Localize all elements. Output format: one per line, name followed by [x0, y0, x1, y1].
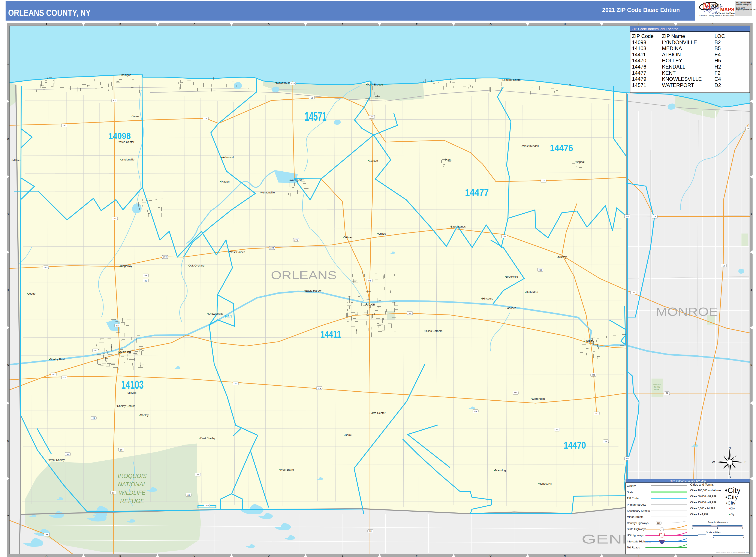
svg-text:14476: 14476	[550, 143, 573, 153]
svg-text:2: 2	[743, 536, 744, 539]
svg-text:•City: •City	[725, 494, 738, 500]
svg-text:73: 73	[605, 440, 607, 443]
svg-text:West Gaines: West Gaines	[229, 251, 245, 254]
svg-text:272: 272	[626, 458, 629, 460]
svg-text:Lyndonville: Lyndonville	[121, 158, 135, 161]
svg-text:N: N	[729, 446, 731, 450]
svg-text:14476: 14476	[632, 64, 646, 70]
svg-text:Childs: Childs	[378, 232, 386, 235]
svg-text:14411: 14411	[632, 52, 646, 57]
svg-text:1: 1	[750, 62, 752, 65]
svg-text:18: 18	[653, 215, 656, 218]
svg-text:104: 104	[502, 235, 506, 237]
svg-text:104: 104	[270, 246, 274, 249]
svg-text:31: 31	[666, 392, 668, 394]
svg-text:State: State	[627, 491, 633, 494]
svg-text:19: 19	[723, 265, 725, 267]
svg-text:Toll Roads: Toll Roads	[627, 546, 640, 549]
svg-text:KENT: KENT	[662, 70, 676, 76]
svg-text:31: 31	[53, 373, 55, 375]
svg-text:Cities 5,000 - 24,999: Cities 5,000 - 24,999	[690, 507, 715, 510]
svg-text:44: 44	[145, 274, 147, 276]
svg-text:Cities 50,000 - 99,999: Cities 50,000 - 99,999	[690, 495, 716, 498]
svg-text:Clarendon: Clarendon	[532, 397, 545, 401]
svg-text:IROQUOIS: IROQUOIS	[118, 473, 147, 479]
svg-text:123: 123	[657, 522, 660, 524]
svg-text:ZIP Code Index/Grid Locator: ZIP Code Index/Grid Locator	[632, 27, 678, 31]
svg-text:Kenyonville: Kenyonville	[261, 191, 275, 194]
svg-text:77: 77	[46, 534, 48, 536]
svg-text:Primary Streets: Primary Streets	[627, 503, 646, 506]
svg-text:Shelby: Shelby	[140, 413, 149, 417]
svg-text:G: G	[490, 23, 492, 26]
svg-text:Yates Center: Yates Center	[118, 140, 135, 144]
svg-text:Scale in Kilometers: Scale in Kilometers	[707, 521, 728, 524]
svg-text:H: H	[563, 554, 565, 557]
svg-text:1: 1	[717, 527, 718, 529]
svg-text:Yates: Yates	[133, 115, 140, 118]
svg-text:14103: 14103	[121, 378, 144, 391]
svg-text:MEDINA: MEDINA	[662, 46, 682, 51]
svg-text:104: 104	[163, 256, 167, 258]
svg-text:H: H	[563, 23, 565, 26]
svg-text:59: 59	[556, 428, 558, 431]
svg-text:D: D	[267, 554, 269, 557]
svg-text:arket: arket	[710, 2, 721, 8]
svg-text:Cities 1 - 4,999: Cities 1 - 4,999	[690, 513, 708, 516]
svg-text:123: 123	[661, 534, 664, 536]
svg-text:63: 63	[116, 325, 119, 327]
svg-text:Barre: Barre	[345, 433, 352, 437]
svg-text:Honest Hill: Honest Hill	[539, 482, 552, 485]
svg-text:18: 18	[63, 124, 65, 126]
svg-text:2: 2	[742, 527, 743, 529]
svg-text:Shadigee: Shadigee	[120, 73, 131, 77]
svg-text:E: E	[342, 554, 343, 557]
svg-text:Kent: Kent	[445, 158, 452, 161]
svg-text:•City: •City	[726, 500, 735, 505]
svg-text:TOWN: TOWN	[654, 386, 660, 388]
svg-text:237: 237	[592, 374, 595, 376]
svg-text:5: 5	[7, 364, 9, 367]
svg-text:63: 63	[114, 217, 116, 219]
svg-text:1-888-434-MAPS (6277): 1-888-434-MAPS (6277)	[736, 4, 751, 6]
svg-text:F: F	[416, 23, 417, 26]
svg-text:Waterport: Waterport	[290, 178, 302, 182]
svg-text:14470: 14470	[632, 58, 646, 63]
svg-text:A: A	[46, 23, 47, 26]
svg-text:98: 98	[369, 280, 371, 282]
svg-text:REFUGE: REFUGE	[120, 498, 145, 504]
svg-text:19: 19	[747, 127, 750, 130]
svg-text:3: 3	[750, 213, 752, 216]
svg-text:EMAIL US AT:: EMAIL US AT:	[736, 7, 745, 9]
svg-text:West Barre: West Barre	[280, 468, 294, 471]
svg-text:0: 0	[683, 536, 684, 539]
svg-text:2021 © Intelligent Direct, Inc: 2021 © Intelligent Direct, Inc. Mapsco, …	[716, 552, 749, 553]
svg-text:S: S	[729, 475, 731, 479]
svg-text:Fancher: Fancher	[505, 306, 516, 310]
svg-text:W: W	[712, 460, 715, 464]
svg-text:D: D	[267, 23, 269, 26]
svg-text:WILDLIFE: WILDLIFE	[119, 490, 146, 496]
svg-text:Shelby Basin: Shelby Basin	[50, 358, 66, 361]
svg-text:E4: E4	[715, 52, 721, 57]
svg-text:J: J	[712, 23, 714, 26]
svg-text:Millville: Millville	[127, 391, 137, 394]
svg-text:NATIONAL: NATIONAL	[118, 481, 146, 488]
svg-text:21: 21	[145, 280, 147, 282]
svg-text:Secondary Streets: Secondary Streets	[627, 509, 650, 512]
svg-text:39A: 39A	[205, 504, 209, 506]
svg-text:ORLEANS: ORLEANS	[271, 269, 337, 282]
svg-text:2: 2	[750, 138, 752, 141]
svg-text:PARK: PARK	[654, 389, 660, 391]
svg-text:Albion: Albion	[366, 302, 375, 306]
svg-text:1: 1	[713, 536, 714, 539]
svg-text:East Shelby: East Shelby	[200, 437, 215, 440]
svg-text:45: 45	[92, 417, 95, 419]
svg-text:West Kendall: West Kendall	[522, 144, 539, 148]
svg-text:14098: 14098	[108, 131, 131, 141]
svg-text:County Highways: County Highways	[627, 522, 649, 525]
svg-text:B2: B2	[715, 39, 721, 45]
svg-text:31: 31	[235, 382, 237, 385]
svg-text:East Gaines: East Gaines	[450, 225, 466, 228]
svg-text:M: M	[703, 1, 711, 10]
